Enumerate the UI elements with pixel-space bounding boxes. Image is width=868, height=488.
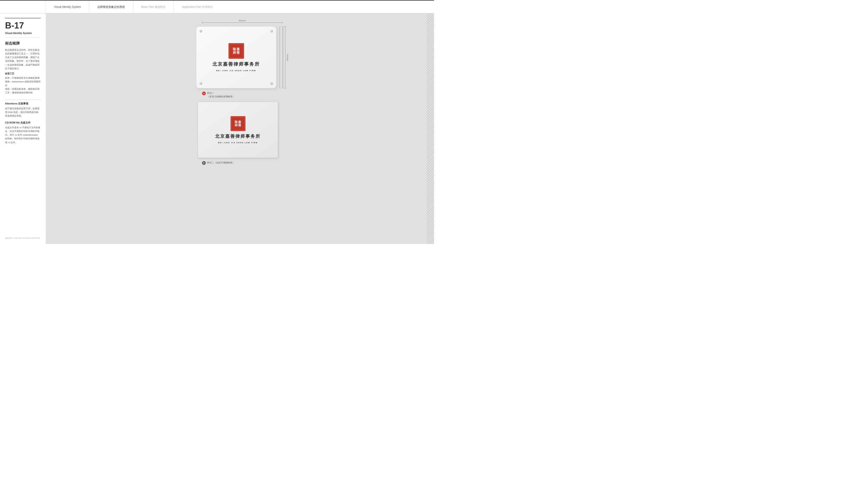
seal-row-1: 陈 嘉 <box>233 48 240 51</box>
seal-char-1: 陈 <box>233 48 236 51</box>
company-name-cn-b: 北京嘉善律师事务所 <box>215 133 260 139</box>
seal-char-3b: 师 <box>235 124 238 127</box>
caption-text-b: 样式二（拉丝不锈钢材质） <box>207 161 235 164</box>
material-item-2: 规格：800x600mm 或按实际需要而定 <box>5 80 41 87</box>
height-dimension: 600mm <box>285 26 289 88</box>
material-item-3: 色彩：按规定标准色、辅助色应用 <box>5 87 41 91</box>
logo-seal-b: 陈 嘉 师 善 <box>230 116 246 131</box>
seal-char-2b: 嘉 <box>238 121 241 124</box>
nav-item-brand-cn: 品牌视觉形象识别系统 <box>89 1 133 13</box>
nav-item-application[interactable]: Application Part 应用部分 <box>174 1 221 13</box>
caption-b: B 样式二（拉丝不锈钢材质） <box>202 161 282 165</box>
top-nav: Visual Identity System 品牌视觉形象识别系统 Basic … <box>0 1 434 13</box>
hatch-panel <box>427 13 434 244</box>
caption-material-a: （亚克力或钢化玻璃材质） <box>207 95 235 98</box>
nav-item-vis[interactable]: Visual Identity System <box>46 1 89 13</box>
seal-row-1b: 陈 嘉 <box>235 121 241 124</box>
company-name-en-b: BEI JING JIA SHAN LAW FIRM <box>218 142 258 144</box>
seal-char-3: 师 <box>233 51 236 55</box>
vert-tick-top <box>284 26 286 27</box>
section-body: 标志铭牌是企业对内、对外交换信息的最重要的工具之一，它同时也代表了企业的精神风貌… <box>5 48 41 70</box>
content-area: 800mm <box>46 13 434 244</box>
page-number: B-17 <box>5 21 41 30</box>
screw-tl <box>199 30 202 33</box>
cdrom-title: CD-ROM file 光盘文件 <box>5 121 41 124</box>
section-title: 标志铭牌 <box>5 41 41 46</box>
logo-seal-a: 陈 嘉 师 善 <box>228 43 244 59</box>
caption-circle-b: B <box>202 161 206 165</box>
company-name-en-a: BEI JING JIA SHAN LAW FIRM <box>216 70 256 72</box>
sign-board-steel: 陈 嘉 师 善 北京嘉善律师事务所 BEI JING JIA SHAN LAW … <box>198 102 278 158</box>
page-subtitle: Visual Identity System <box>5 32 41 37</box>
logo-area-a: 陈 嘉 师 善 北京嘉善律师事务所 BEI JING JIA SHAN LAW … <box>212 43 260 72</box>
sidebar-footer: 版权所有 © BEIJING JIA SHAN LAW FIRM <box>5 232 41 239</box>
screw-bl <box>199 82 202 85</box>
caption-circle-a: A <box>202 92 206 95</box>
svg-rect-1 <box>427 13 434 244</box>
sign-a-container: 陈 嘉 师 善 北京嘉善律师事务所 BEI JING JIA SHAN LAW … <box>196 26 289 88</box>
vert-dim-line <box>285 26 285 88</box>
sign-b-container: 陈 嘉 师 善 北京嘉善律师事务所 BEI JING JIA SHAN LAW … <box>198 102 287 158</box>
seal-row-2: 师 善 <box>233 51 240 55</box>
right-frame-area: 600mm <box>279 26 289 88</box>
sidebar-top-line <box>5 18 41 19</box>
seal-row-2b: 师 善 <box>235 124 241 127</box>
company-name-cn-a: 北京嘉善律师事务所 <box>212 61 260 67</box>
material-item-1: 材质：不锈钢或亚克力或钢化玻璃 <box>5 76 41 80</box>
material-item-4: 工艺：腐蚀填漆或丝网印刷 <box>5 91 41 95</box>
height-label: 600mm <box>286 54 289 61</box>
nav-left-spacer <box>0 1 46 13</box>
logo-area-b: 陈 嘉 师 善 北京嘉善律师事务所 BEI JING JIA SHAN LAW … <box>215 116 260 144</box>
attentions-title: Attentions 注意事项 <box>5 102 41 105</box>
seal-char-4b: 善 <box>238 124 241 127</box>
signs-area: 800mm <box>62 21 423 236</box>
sign-board-acrylic: 陈 嘉 师 善 北京嘉善律师事务所 BEI JING JIA SHAN LAW … <box>196 26 277 88</box>
seal-char-2: 嘉 <box>237 48 240 51</box>
attentions-body: 由于输出设备的设置不同，如需使用 RGB 色彩，请以印刷色值为标准选择相近色彩。 <box>5 107 41 118</box>
main-content: B-17 Visual Identity System 标志铭牌 标志铭牌是企业… <box>0 13 434 244</box>
screw-br <box>270 82 273 85</box>
frame-bar <box>279 26 283 88</box>
dotted-divider <box>5 99 41 100</box>
meas-label-800: 800mm <box>238 20 247 22</box>
caption-a: A 样式一 （亚克力或钢化玻璃材质） <box>202 91 282 98</box>
seal-char-4: 善 <box>237 51 240 55</box>
width-measurement: 800mm <box>202 21 282 24</box>
cdrom-body: 光盘文件是本 VI 手册电子文件的集合，内含手册制作时的专用软件格式。其中 AI… <box>5 126 41 144</box>
caption-text-a: 样式一 （亚克力或钢化玻璃材质） <box>207 91 235 98</box>
caption-style-a: 样式一 <box>207 92 214 94</box>
seal-char-1b: 陈 <box>235 121 238 124</box>
screw-tr <box>270 30 273 33</box>
sidebar: B-17 Visual Identity System 标志铭牌 标志铭牌是企业… <box>0 13 46 244</box>
nav-item-basic[interactable]: Basic Part 基础部分 <box>133 1 174 13</box>
material-title: 材质工艺 <box>5 72 41 75</box>
